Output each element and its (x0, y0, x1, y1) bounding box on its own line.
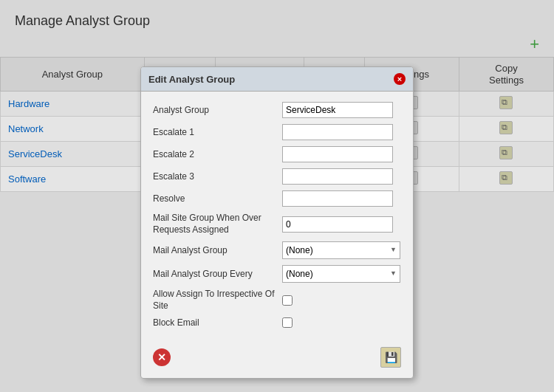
resolve-label: Resolve (153, 193, 282, 204)
mail-analyst-group-label: Mail Analyst Group (153, 245, 282, 255)
mail-analyst-group-select-wrap: (None) Daily Weekly Monthly (282, 241, 400, 259)
save-button[interactable] (380, 347, 401, 368)
mail-analyst-group-every-row: Mail Analyst Group Every (None) Daily We… (153, 265, 401, 283)
escalate2-input[interactable] (282, 146, 393, 162)
escalate3-label: Escalate 3 (153, 171, 282, 182)
mail-analyst-group-every-select[interactable]: (None) Daily Weekly Monthly (282, 265, 400, 283)
resolve-input[interactable] (282, 190, 393, 207)
modal-footer: ✕ (141, 341, 413, 371)
escalate3-input[interactable] (282, 168, 393, 185)
edit-analyst-group-modal: Edit Analyst Group × Analyst Group Escal… (140, 66, 414, 379)
cancel-button[interactable]: ✕ (153, 348, 171, 366)
allow-assign-row: Allow Assign To Irrespective Of Site (153, 289, 401, 312)
analyst-group-label: Analyst Group (153, 105, 282, 115)
mail-analyst-group-every-label: Mail Analyst Group Every (153, 269, 282, 279)
modal-close-button[interactable]: × (394, 73, 406, 85)
escalate1-row: Escalate 1 (153, 124, 401, 140)
mail-site-group-row: Mail Site Group When Over Requests Assig… (153, 213, 401, 235)
analyst-group-row: Analyst Group (153, 102, 401, 118)
mail-analyst-group-every-select-wrap: (None) Daily Weekly Monthly (282, 265, 400, 283)
escalate1-input[interactable] (282, 124, 393, 140)
modal-body: Analyst Group Escalate 1 Escalate 2 Esca… (141, 92, 413, 341)
analyst-group-input[interactable] (282, 102, 393, 118)
mail-site-group-label: Mail Site Group When Over Requests Assig… (153, 213, 282, 235)
mail-site-group-input[interactable] (282, 216, 393, 233)
resolve-row: Resolve (153, 190, 401, 207)
escalate1-label: Escalate 1 (153, 127, 282, 137)
allow-assign-checkbox[interactable] (282, 295, 293, 306)
mail-analyst-group-row: Mail Analyst Group (None) Daily Weekly M… (153, 241, 401, 259)
escalate2-label: Escalate 2 (153, 149, 282, 159)
block-email-label: Block Email (153, 317, 282, 328)
mail-analyst-group-select[interactable]: (None) Daily Weekly Monthly (282, 241, 400, 259)
block-email-row: Block Email (153, 317, 401, 328)
escalate3-row: Escalate 3 (153, 168, 401, 185)
modal-title: Edit Analyst Group (148, 74, 235, 85)
allow-assign-label: Allow Assign To Irrespective Of Site (153, 289, 282, 312)
escalate2-row: Escalate 2 (153, 146, 401, 162)
block-email-checkbox[interactable] (282, 317, 293, 328)
modal-header: Edit Analyst Group × (141, 67, 413, 92)
